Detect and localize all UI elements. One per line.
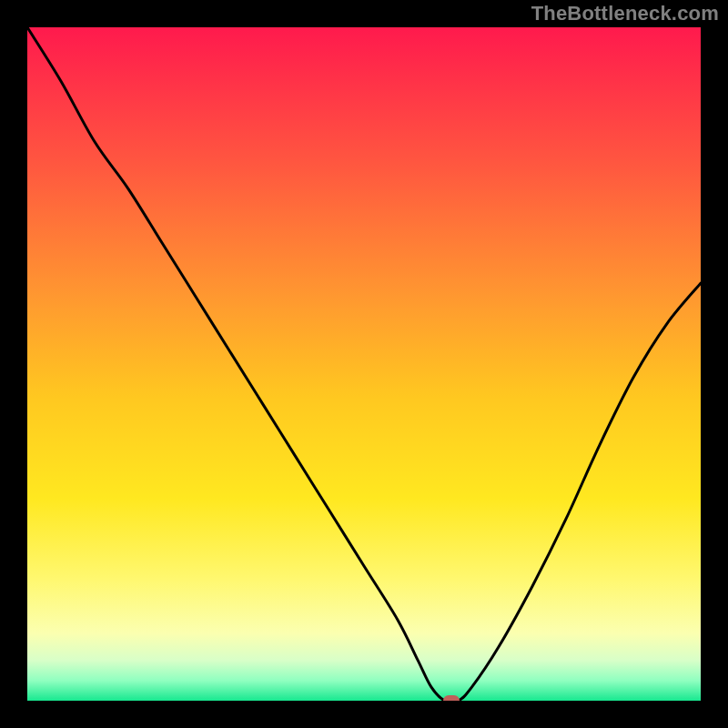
optimum-marker (443, 695, 460, 701)
bottleneck-curve (27, 27, 701, 701)
chart-frame: TheBottleneck.com (0, 0, 728, 728)
watermark-text: TheBottleneck.com (531, 2, 719, 25)
plot-area (27, 27, 701, 701)
